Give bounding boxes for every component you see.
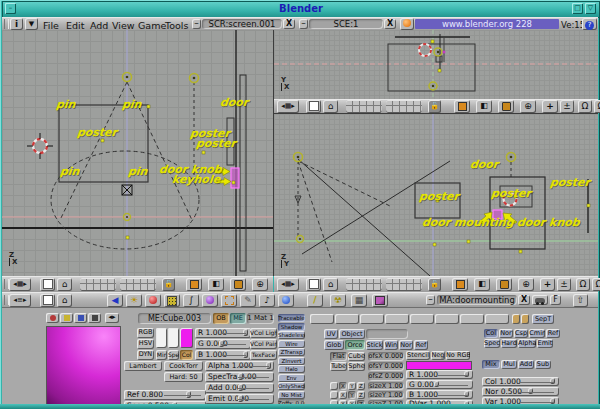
screen-field[interactable]: SCR:screen.001 [202, 19, 282, 29]
plus-minus-icon[interactable]: ± [560, 100, 574, 113]
screen-browse-button[interactable]: – [192, 19, 201, 29]
map-nor-button[interactable]: Nor [499, 329, 513, 338]
spectra-slider[interactable]: SpecTra 0.00 [205, 372, 274, 382]
maximize-button[interactable]: □ [572, 3, 583, 14]
tex-g-slider[interactable]: G 0.000 [406, 380, 473, 389]
fake-user-button[interactable]: F [550, 295, 561, 305]
texture-slot[interactable] [335, 314, 359, 324]
scene-browse-button[interactable]: – [299, 19, 308, 29]
radiosity-buttons-icon[interactable]: ☢ [330, 294, 346, 307]
mesh-name-field[interactable]: ME:Cube.003 [138, 313, 211, 324]
help-icon[interactable]: ? [582, 18, 597, 30]
rotate-view2-icon[interactable]: Ω [594, 100, 600, 113]
layer-buttons[interactable] [80, 278, 116, 291]
diffuse-shader-menu[interactable]: Lambert [124, 361, 162, 371]
ref-slider[interactable]: Ref 0.800 [124, 390, 206, 400]
scene-field[interactable]: SCE:1 [309, 19, 383, 29]
pack-icon[interactable]: ⇧ [573, 294, 588, 307]
sept-button[interactable]: SepT [532, 314, 554, 324]
paint-buttons-icon[interactable]: / [307, 294, 323, 307]
flat-button[interactable]: Flat [330, 352, 347, 361]
tex-r-slider[interactable]: R 1.000 [406, 370, 473, 379]
blend-add-button[interactable]: Add [518, 360, 534, 369]
window-type-icon[interactable]: ◂▦▸ [9, 278, 31, 291]
shade-button[interactable]: ▽ [585, 3, 596, 14]
globe-icon[interactable]: ⊕ [520, 100, 536, 113]
me-button[interactable]: ME [230, 313, 246, 324]
emit-slider[interactable]: Emit 0.000 [205, 394, 274, 404]
axis-y-button[interactable]: Y [348, 382, 356, 390]
flag-shadeless[interactable]: Shadeless [278, 331, 305, 339]
screen-delete-button[interactable]: X [283, 19, 295, 29]
neg-button[interactable]: Neg [431, 351, 445, 360]
viewport-top[interactable]: YX [274, 30, 598, 99]
home-icon[interactable]: ⌂ [57, 278, 72, 291]
info-icon[interactable]: i [10, 18, 23, 30]
texture-slot[interactable] [485, 314, 509, 324]
rotate-view2-icon[interactable]: Ω [592, 278, 600, 291]
preview-flat-button[interactable] [46, 313, 59, 323]
hardness-field[interactable]: Hard: 50 [164, 372, 203, 382]
home-icon[interactable]: ⌂ [323, 100, 338, 113]
col-channel-button[interactable]: Col [180, 350, 193, 360]
diffuse-color-swatch[interactable] [180, 328, 193, 348]
edit-buttons-icon[interactable] [221, 294, 237, 307]
uv-button[interactable]: UV [324, 329, 338, 339]
axis-blank-button[interactable] [330, 391, 338, 399]
texture-slot[interactable] [310, 314, 334, 324]
map-hard-button[interactable]: Hard [501, 339, 517, 348]
autocar-button[interactable] [532, 295, 548, 305]
vcol-paint-button[interactable]: VCol Paint [250, 339, 277, 349]
mir-channel-button[interactable]: Mir [156, 350, 167, 360]
axis-z-button[interactable]: Z [357, 391, 365, 399]
axis-x-button[interactable]: X [339, 391, 347, 399]
pivot-icon[interactable] [498, 100, 514, 113]
stencil-button[interactable]: Stencil [406, 351, 430, 360]
script-buttons-icon[interactable] [278, 294, 294, 307]
lock-icon[interactable]: 🔓 [428, 278, 441, 291]
ref-button[interactable]: Ref [414, 340, 428, 350]
material-name-field[interactable]: MA:doormounting [437, 295, 517, 305]
draw-mode-icon[interactable] [452, 278, 468, 291]
map-cmir-button[interactable]: Cmir [529, 329, 545, 338]
material-delete-button[interactable]: X [518, 295, 530, 305]
flag-wire[interactable]: Wire [278, 340, 305, 348]
material-buttons-icon[interactable] [145, 294, 161, 307]
rotate-view-icon[interactable]: Ω [578, 100, 592, 113]
glob-button[interactable]: Glob [324, 340, 344, 350]
chevron-down-icon[interactable]: ▼ [25, 18, 38, 30]
texture-up-icon[interactable] [512, 314, 520, 324]
preview-backdrop-button[interactable] [88, 313, 101, 323]
map-alpha-button[interactable]: Alpha [518, 339, 536, 348]
axis-x-button[interactable]: X [339, 382, 347, 390]
preview-cube-button[interactable] [74, 313, 87, 323]
translate-widget-icon[interactable]: + [540, 278, 555, 291]
map-spec-button[interactable]: Spec [484, 339, 500, 348]
sizey-field[interactable]: sizeY 1.00 [368, 391, 404, 399]
rotate-view-icon[interactable]: Ω [576, 278, 590, 291]
window-type-icon[interactable]: ◂≡▸ [9, 294, 31, 307]
window-type-icon[interactable]: ◂▦▸ [277, 278, 299, 291]
spe-channel-button[interactable]: Spe [168, 350, 179, 360]
sound-buttons-icon[interactable]: ♪ [259, 294, 275, 307]
flag-shadow[interactable]: Shadow [278, 323, 305, 331]
texture-slot[interactable] [360, 314, 384, 324]
r-slider[interactable]: R 1.000 [195, 328, 251, 338]
lock-icon[interactable]: 🔓 [428, 100, 441, 113]
texface-button[interactable]: TexFace [250, 350, 277, 360]
hsv-mode-button[interactable]: HSV [137, 339, 154, 349]
blend-sub-button[interactable]: Sub [535, 360, 551, 369]
blend-mix-button[interactable]: Mix [482, 360, 500, 369]
dyn-mode-button[interactable]: DYN [137, 350, 154, 360]
website-version[interactable]: www.blender.org 228 [415, 19, 559, 29]
object-name-field[interactable] [366, 329, 408, 339]
flag-nomist[interactable]: No Mist [278, 391, 305, 399]
lamp-buttons-icon[interactable]: ☀ [126, 294, 142, 307]
translate-widget-icon[interactable]: + [542, 100, 558, 113]
home-icon[interactable]: ⌂ [323, 278, 338, 291]
specular-shader-menu[interactable]: CookTorr [164, 361, 203, 371]
layer-buttons[interactable] [346, 100, 382, 113]
flag-traceable[interactable]: Traceable [278, 314, 305, 322]
window-type-icon[interactable]: ◂▦▸ [277, 100, 299, 113]
globe-icon[interactable]: ⊕ [252, 278, 268, 291]
